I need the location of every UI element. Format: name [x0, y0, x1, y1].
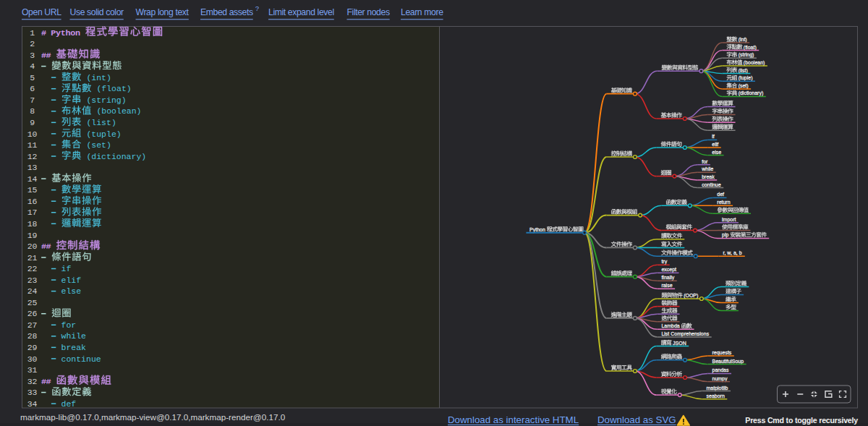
svg-text:if: if: [712, 134, 715, 139]
svg-text:for: for: [702, 159, 708, 164]
svg-text:(float): (float): [92, 84, 132, 93]
svg-text:22: 22: [27, 264, 38, 273]
svg-text:18: 18: [27, 219, 38, 229]
svg-text:Limit expand level: Limit expand level: [268, 7, 334, 17]
svg-text:else: else: [41, 286, 81, 296]
svg-text:def: def: [717, 192, 724, 197]
svg-text:Download as interactive HTML: Download as interactive HTML: [448, 414, 579, 425]
svg-text:(string): (string): [82, 95, 127, 105]
svg-text:Download as SVG: Download as SVG: [597, 414, 676, 425]
svg-text:if: if: [41, 264, 72, 273]
svg-text:BeautifulSoup: BeautifulSoup: [712, 359, 744, 365]
svg-text:# Python: # Python: [41, 28, 85, 38]
svg-text:numpy: numpy: [712, 376, 728, 382]
svg-text:return: return: [717, 200, 730, 205]
svg-text:(boolean): (boolean): [742, 60, 765, 66]
svg-text:(dictionary): (dictionary): [82, 152, 147, 161]
svg-text:break: break: [702, 174, 715, 179]
svg-text:26: 26: [27, 309, 38, 318]
svg-text:21: 21: [27, 253, 38, 263]
svg-text:17: 17: [27, 208, 38, 217]
svg-text:(list): (list): [82, 118, 116, 127]
svg-text:5: 5: [30, 73, 35, 82]
svg-text:30: 30: [27, 354, 38, 364]
svg-text:23: 23: [27, 276, 38, 285]
svg-text:(int): (int): [82, 73, 111, 82]
svg-text:##: ##: [41, 377, 56, 387]
svg-text:import: import: [722, 217, 736, 223]
svg-text:34: 34: [27, 399, 38, 409]
svg-text:(set): (set): [82, 140, 111, 150]
svg-text:break: break: [41, 343, 86, 352]
svg-text:6: 6: [30, 84, 35, 93]
svg-text:9: 9: [30, 118, 35, 127]
svg-text:continue: continue: [41, 354, 101, 364]
svg-text:8: 8: [30, 106, 35, 116]
svg-text:19: 19: [27, 231, 38, 240]
svg-text:(tuple): (tuple): [737, 75, 753, 81]
svg-text:r, w, a, b: r, w, a, b: [723, 250, 742, 255]
svg-text:continue: continue: [702, 182, 721, 187]
svg-text:Learn more: Learn more: [401, 7, 443, 17]
svg-text:(tuple): (tuple): [82, 129, 122, 139]
svg-text:7: 7: [30, 95, 35, 105]
svg-text:##: ##: [41, 51, 56, 61]
svg-text:25: 25: [27, 298, 38, 307]
svg-text:13: 13: [27, 163, 38, 172]
svg-text:except: except: [661, 267, 676, 273]
svg-text:def: def: [41, 399, 76, 409]
svg-text:24: 24: [27, 286, 38, 296]
svg-text:29: 29: [27, 343, 38, 352]
svg-text:Filter nodes: Filter nodes: [347, 7, 390, 17]
svg-text:4: 4: [30, 61, 35, 71]
svg-text:15: 15: [27, 185, 38, 195]
svg-text:raise: raise: [661, 283, 672, 288]
svg-text:33: 33: [27, 388, 38, 397]
svg-text:Press Cmd to toggle recursivel: Press Cmd to toggle recursively: [745, 416, 858, 425]
svg-text:Lambda: Lambda: [661, 323, 681, 328]
svg-text:?: ?: [255, 4, 259, 12]
svg-text:2: 2: [30, 39, 35, 48]
svg-text:finally: finally: [661, 275, 674, 281]
svg-text:(OOP): (OOP): [682, 293, 698, 299]
svg-text:(list): (list): [737, 68, 748, 74]
svg-text:Python: Python: [529, 227, 547, 233]
svg-text:while: while: [41, 331, 86, 341]
svg-text:1: 1: [30, 28, 35, 38]
svg-text:27: 27: [27, 320, 38, 330]
svg-text:else: else: [712, 150, 721, 155]
svg-text:elif: elif: [41, 276, 81, 285]
svg-text:markmap-lib@0.17.0,markmap-vie: markmap-lib@0.17.0,markmap-view@0.17.0,m…: [20, 412, 286, 422]
svg-text:(float): (float): [742, 45, 757, 51]
svg-text:32: 32: [27, 377, 38, 386]
svg-text:requests: requests: [712, 350, 732, 356]
svg-text:Use solid color: Use solid color: [70, 7, 124, 17]
svg-text:(set): (set): [737, 83, 749, 89]
svg-text:(boolean): (boolean): [92, 106, 142, 116]
svg-text:11: 11: [27, 140, 38, 150]
svg-text:10: 10: [27, 129, 38, 139]
svg-text:16: 16: [27, 197, 38, 206]
svg-text:28: 28: [27, 331, 38, 341]
svg-text:elif: elif: [712, 142, 718, 147]
svg-text:(int): (int): [737, 37, 747, 43]
svg-text:##: ##: [41, 242, 56, 252]
svg-text:while: while: [701, 166, 713, 171]
svg-text:seaborn: seaborn: [707, 393, 725, 399]
svg-text:Embed assets: Embed assets: [200, 7, 253, 17]
svg-text:(dictionary): (dictionary): [737, 90, 764, 96]
svg-text:pip: pip: [722, 232, 730, 238]
svg-text:matplotlib: matplotlib: [707, 385, 728, 391]
svg-text:31: 31: [27, 365, 38, 375]
svg-text:14: 14: [27, 174, 38, 184]
svg-text:JSON: JSON: [671, 341, 686, 346]
svg-text:3: 3: [30, 51, 35, 60]
svg-text:12: 12: [27, 152, 38, 161]
svg-text:pandas: pandas: [712, 367, 729, 373]
svg-text:List Comprehensions: List Comprehensions: [661, 331, 709, 337]
svg-text:for: for: [41, 320, 76, 330]
svg-text:Open URL: Open URL: [22, 7, 61, 17]
svg-text:try: try: [661, 259, 667, 265]
svg-text:(string): (string): [737, 52, 754, 58]
svg-text:Wrap long text: Wrap long text: [136, 7, 190, 17]
